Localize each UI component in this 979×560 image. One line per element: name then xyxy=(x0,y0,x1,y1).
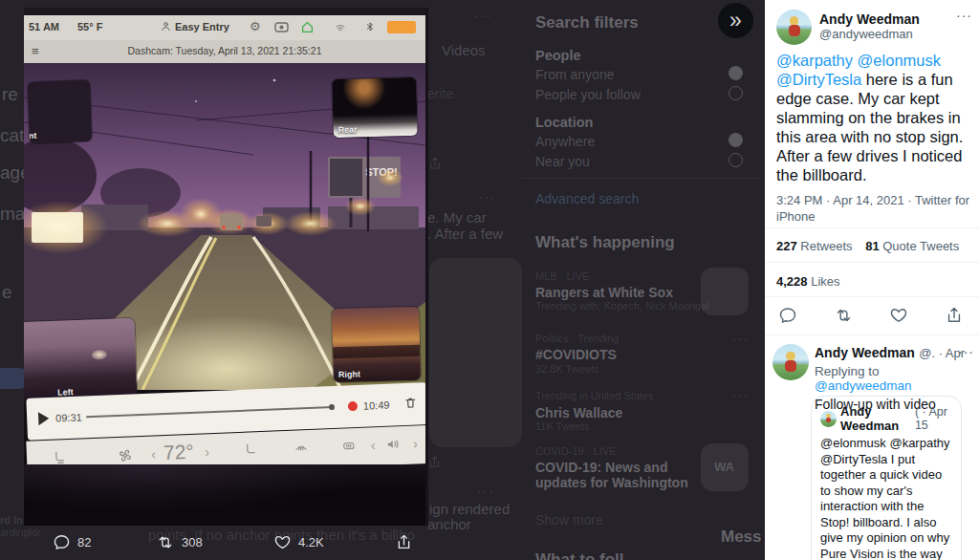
lightbox-like-button[interactable]: 4.2K xyxy=(273,533,324,551)
quoted-tweet-card[interactable]: Andy Weedman ( · Apr 15 @elonmusk @karpa… xyxy=(811,396,962,560)
background-tweet-fragment: anchor xyxy=(427,516,471,532)
radio-from-anyone[interactable] xyxy=(729,66,743,80)
service-logo xyxy=(387,21,416,33)
tweet-timestamp: 3:24 PM · Apr 14, 2021 · Twitter for iPh… xyxy=(776,192,971,225)
background-text-fragment: erite xyxy=(427,86,453,101)
more-icon: ··· xyxy=(476,484,494,501)
retweet-stats[interactable]: 227 Retweets 81 Quote Tweets xyxy=(776,239,959,253)
front-defrost-icon[interactable] xyxy=(293,440,311,456)
like-icon[interactable] xyxy=(889,306,908,325)
right-camera-label: Right xyxy=(338,369,360,379)
show-more-link[interactable]: Show more xyxy=(535,512,603,528)
tweet-image[interactable]: 51 AM 55° F Easy Entry ⚙ ≡ Dashcam: T xyxy=(24,8,428,526)
passenger-seat-icon[interactable] xyxy=(243,442,260,459)
playhead-dot[interactable] xyxy=(348,401,358,411)
play-icon[interactable] xyxy=(38,412,50,425)
advanced-search-link[interactable]: Advanced search xyxy=(535,191,639,206)
trend-title[interactable]: Chris Wallace xyxy=(535,405,622,420)
front-camera-thumbnail[interactable]: nt xyxy=(28,80,92,143)
retweet-icon[interactable] xyxy=(834,306,854,325)
filter-heading-location: Location xyxy=(535,115,593,130)
filter-heading-people: People xyxy=(535,48,581,63)
rear-camera-label: Rear xyxy=(337,124,357,135)
trend-category: COVID-19 · LIVE xyxy=(535,445,616,457)
replying-to-handle[interactable]: @andyweedman xyxy=(815,378,912,393)
reply-author-name[interactable]: Andy Weedman xyxy=(815,345,915,360)
radio-people-you-follow[interactable] xyxy=(729,86,743,100)
quote-count: 81 xyxy=(865,239,879,253)
more-icon[interactable]: ··· xyxy=(473,8,491,25)
reply-icon[interactable] xyxy=(778,306,797,325)
like-stats[interactable]: 4,228 Likes xyxy=(776,274,840,289)
trend-category: Politics · Trending xyxy=(535,333,619,344)
more-icon[interactable]: ··· xyxy=(731,331,750,348)
total-time: 10:49 xyxy=(363,399,390,412)
left-camera-thumbnail[interactable]: Left xyxy=(24,318,137,401)
reply-count: 82 xyxy=(77,535,91,549)
lightbox-share-button[interactable] xyxy=(395,533,413,551)
radio-near-you[interactable] xyxy=(729,153,743,167)
photo-edge xyxy=(24,8,428,15)
background-tweet-fragment: . After a few xyxy=(427,226,503,242)
avatar xyxy=(820,411,837,427)
sidebar-item-explore[interactable]: re xyxy=(2,84,18,105)
lightbox-retweet-button[interactable]: 308 xyxy=(156,533,203,551)
trash-icon[interactable] xyxy=(403,395,419,411)
front-camera-label: nt xyxy=(29,131,37,140)
quote-author-name: Andy Weedman xyxy=(840,404,911,433)
share-icon[interactable] xyxy=(945,306,964,325)
filter-option-people-you-follow[interactable]: People you follow xyxy=(535,87,641,102)
background-tweet-fragment: ign rendered xyxy=(429,501,510,517)
replying-to-label: Replying to xyxy=(815,364,880,378)
rear-camera-thumbnail[interactable]: Rear xyxy=(332,77,418,138)
share-icon xyxy=(427,156,443,171)
quote-meta: ( · Apr 15 xyxy=(915,405,952,432)
dashcam-title: Dashcam: Tuesday, April 13, 2021 21:35:2… xyxy=(24,45,425,56)
filter-option-from-anyone[interactable]: From anyone xyxy=(535,67,614,82)
quote-label: Quote Tweets xyxy=(882,239,959,253)
collapse-panel-button[interactable]: » xyxy=(718,3,753,38)
author-name[interactable]: Andy Weedman xyxy=(819,11,920,27)
cabin-temperature[interactable]: 72° xyxy=(163,441,194,464)
avatar[interactable] xyxy=(776,10,812,45)
sidebar-item-more[interactable]: e xyxy=(2,282,12,303)
homelink-icon xyxy=(301,21,314,35)
progress-track[interactable] xyxy=(86,406,333,418)
avatar[interactable] xyxy=(772,344,809,380)
volume-up-chevron[interactable]: › xyxy=(412,435,418,451)
temp-down-chevron[interactable]: ‹ xyxy=(151,445,157,462)
quote-body: @elonmusk @karpathy @DirtyTesla I put to… xyxy=(820,436,952,560)
more-icon: ··· xyxy=(478,189,496,206)
trend-title[interactable]: COVID-19: News and updates for Washingto… xyxy=(535,460,696,490)
filter-option-near-you[interactable]: Near you xyxy=(535,154,590,169)
trend-title[interactable]: Rangers at White Sox xyxy=(535,285,673,300)
messages-drawer-fragment[interactable]: Mess xyxy=(721,528,762,547)
radio-anywhere[interactable] xyxy=(729,133,743,147)
right-camera-thumbnail[interactable]: Right xyxy=(332,307,421,382)
background-tweet-fragment: e. My car xyxy=(427,209,487,226)
temp-up-chevron[interactable]: › xyxy=(205,443,210,460)
elapsed-time: 09:31 xyxy=(55,411,82,423)
wa-badge: WA xyxy=(714,460,734,474)
filter-option-anywhere[interactable]: Anywhere xyxy=(535,134,595,149)
tweet-detail-panel: Andy Weedman @andyweedman ··· @karpathy … xyxy=(765,0,979,560)
retweet-count: 308 xyxy=(182,535,203,549)
lightbox-reply-button[interactable]: 82 xyxy=(53,533,91,551)
tab-videos[interactable]: Videos xyxy=(442,42,486,58)
volume-down-chevron[interactable]: ‹ xyxy=(370,437,376,453)
volume-icon[interactable] xyxy=(383,436,402,457)
background-media-card xyxy=(429,258,522,447)
fan-icon[interactable] xyxy=(117,446,135,464)
like-count: 4,228 xyxy=(776,274,808,289)
tweet-text: @karpathy @elonmusk @DirtyTesla here is … xyxy=(776,51,971,184)
rear-defrost-icon[interactable] xyxy=(339,438,358,454)
photo-edge xyxy=(425,8,428,526)
trend-title[interactable]: #COVIDIOTS xyxy=(535,347,617,362)
more-icon[interactable]: ··· xyxy=(956,8,972,23)
temperature-label: 55° F xyxy=(77,21,102,32)
double-chevron-right-icon: » xyxy=(729,8,742,32)
more-icon[interactable]: ··· xyxy=(731,388,750,405)
more-icon[interactable]: ··· xyxy=(958,344,974,359)
gear-icon: ⚙ xyxy=(250,19,261,33)
author-handle[interactable]: @andyweedman xyxy=(819,27,920,41)
